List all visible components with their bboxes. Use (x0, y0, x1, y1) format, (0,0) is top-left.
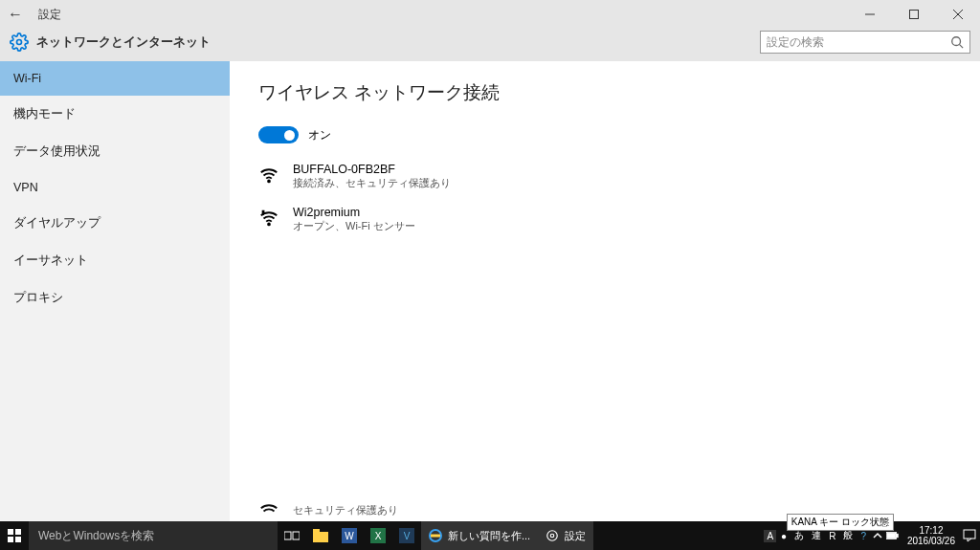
wifi-network-item[interactable]: BUFFALO-0FB2BF 接続済み、セキュリティ保護あり (258, 163, 951, 190)
svg-rect-10 (15, 529, 21, 535)
svg-point-7 (268, 181, 270, 183)
settings-search-input[interactable]: 設定の検索 (760, 31, 970, 54)
maximize-button[interactable] (892, 0, 936, 29)
svg-rect-11 (8, 537, 13, 542)
ie-icon (429, 529, 442, 542)
svg-point-24 (550, 534, 554, 538)
svg-rect-14 (293, 532, 300, 539)
search-placeholder: 設定の検索 (767, 34, 824, 51)
svg-rect-12 (15, 537, 21, 542)
svg-point-8 (268, 224, 270, 226)
tray-chevron-up-icon[interactable] (871, 529, 884, 542)
start-button[interactable] (0, 521, 29, 550)
svg-point-5 (952, 37, 961, 46)
action-center-button[interactable] (963, 521, 976, 550)
taskbar-task-ie[interactable]: 新しい質問を作... (421, 521, 538, 550)
svg-rect-15 (313, 532, 328, 542)
wifi-network-desc: 接続済み、セキュリティ保護あり (293, 176, 451, 190)
taskbar-app-generic[interactable]: V (392, 521, 421, 550)
page-title: ワイヤレス ネットワーク接続 (258, 80, 951, 105)
taskbar: WebとWindowsを検索 W X V 新しい質問を作... 設定 A ● あ… (0, 521, 980, 550)
sidebar-item-ethernet[interactable]: イーサネット (0, 242, 230, 279)
sidebar-item-proxy[interactable]: プロキシ (0, 279, 230, 317)
tray-tooltip: KANA キー ロック状態 (787, 514, 894, 531)
svg-rect-9 (8, 529, 13, 535)
svg-line-6 (960, 45, 964, 49)
back-button[interactable]: ← (8, 6, 31, 23)
wifi-network-name: Wi2premium (293, 206, 415, 219)
wifi-network-desc: オープン、Wi-Fi センサー (293, 219, 415, 233)
sidebar-item-dialup[interactable]: ダイヤルアップ (0, 205, 230, 242)
svg-rect-28 (887, 533, 896, 538)
sidebar-item-vpn[interactable]: VPN (0, 170, 230, 205)
gear-icon (546, 529, 559, 542)
tray-battery-icon[interactable] (886, 529, 900, 542)
svg-rect-16 (313, 529, 320, 533)
taskbar-app-word[interactable]: W (335, 521, 364, 550)
svg-point-25 (547, 531, 558, 541)
svg-point-4 (17, 40, 22, 45)
sidebar-item-airplane-mode[interactable]: 機内モード (0, 96, 230, 133)
wifi-open-shield-icon (258, 208, 279, 229)
svg-rect-13 (284, 532, 291, 539)
taskbar-task-settings[interactable]: 設定 (538, 521, 593, 550)
wifi-toggle-label: オン (308, 127, 331, 143)
taskbar-search-input[interactable]: WebとWindowsを検索 (29, 521, 278, 550)
sidebar-item-wifi[interactable]: Wi-Fi (0, 61, 230, 96)
gear-icon (10, 33, 29, 52)
minimize-button[interactable] (848, 0, 892, 29)
wifi-network-item-cutoff[interactable]: セキュリティ保護あり (258, 498, 398, 521)
wifi-network-item[interactable]: Wi2premium オープン、Wi-Fi センサー (258, 206, 951, 233)
tray-clock[interactable]: 17:12 2016/03/26 (902, 525, 961, 546)
wifi-icon (258, 500, 279, 521)
close-button[interactable] (936, 0, 980, 29)
svg-rect-29 (964, 530, 975, 539)
window-titlebar: ← 設定 (0, 0, 980, 29)
tray-ime-hiragana[interactable]: あ (791, 529, 807, 542)
wifi-secure-icon (258, 165, 279, 186)
window-title: 設定 (38, 7, 61, 23)
svg-rect-27 (896, 534, 898, 538)
settings-sidebar: Wi-Fi 機内モード データ使用状況 VPN ダイヤルアップ イーサネット プ… (0, 61, 230, 521)
taskbar-app-explorer[interactable] (306, 521, 335, 550)
main-panel: ワイヤレス ネットワーク接続 オン BUFFALO-0FB2BF 接続済み、セキ… (230, 61, 980, 521)
tray-ime-badge[interactable]: A (764, 530, 776, 542)
tray-ime-r[interactable]: R (826, 531, 838, 541)
svg-text:V: V (404, 531, 411, 541)
svg-rect-1 (910, 11, 919, 19)
tray-ime-han[interactable]: 般 (840, 529, 856, 542)
section-title: ネットワークとインターネット (36, 33, 211, 51)
svg-text:W: W (345, 531, 354, 541)
svg-text:X: X (375, 531, 382, 541)
page-header: ネットワークとインターネット 設定の検索 (0, 29, 980, 61)
tray-indicator[interactable]: ● (778, 531, 790, 541)
wifi-toggle[interactable] (258, 126, 299, 143)
wifi-network-name: BUFFALO-0FB2BF (293, 163, 451, 176)
wifi-network-desc: セキュリティ保護あり (293, 503, 398, 517)
search-icon (950, 35, 964, 49)
tray-help-icon[interactable]: ? (858, 531, 869, 541)
tray-ime-ren[interactable]: 連 (809, 529, 824, 542)
sidebar-item-data-usage[interactable]: データ使用状況 (0, 133, 230, 170)
taskbar-app-excel[interactable]: X (364, 521, 392, 550)
task-view-button[interactable] (278, 521, 306, 550)
